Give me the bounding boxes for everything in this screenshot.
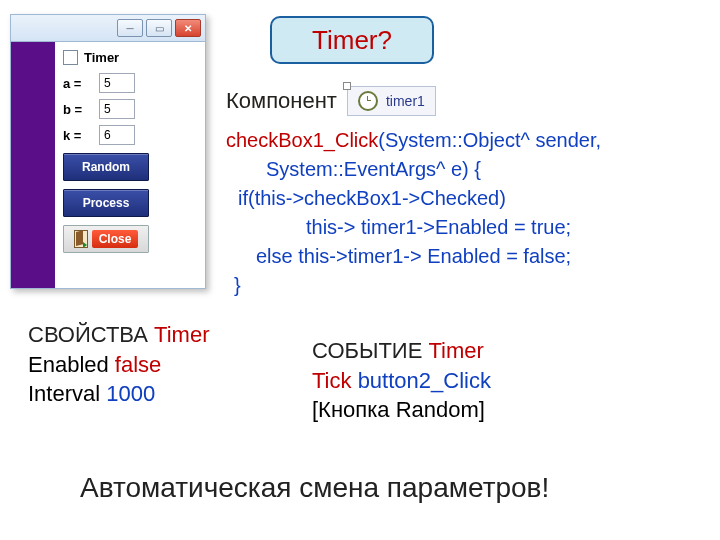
ide-component-chip[interactable]: timer1 <box>347 86 436 116</box>
properties-block: СВОЙСТВА Timer Enabled false Interval 10… <box>28 320 210 409</box>
timer-callout: Timer? <box>270 16 434 64</box>
code-line-1: checkBox1_Click(System::Object^ sender, <box>226 126 601 155</box>
close-button-label: Close <box>92 230 139 248</box>
code-line-3: if(this->checkBox1->Checked) <box>226 184 601 213</box>
label-k: k = <box>63 128 93 143</box>
checkbox-row: Timer <box>63 50 197 65</box>
code-line-2: System::EventArgs^ e) { <box>226 155 601 184</box>
code-line-5: else this->timer1-> Enabled = false; <box>226 242 601 271</box>
form-area: Timer a = 5 b = 5 k = 6 Random Process C… <box>55 42 205 288</box>
window-body: Timer a = 5 b = 5 k = 6 Random Process C… <box>11 42 205 288</box>
bottom-caption: Автоматическая смена параметров! <box>80 472 549 504</box>
random-button[interactable]: Random <box>63 153 149 181</box>
timer-callout-text: Timer? <box>312 25 392 56</box>
app-window: ─ ▭ ✕ Timer a = 5 b = 5 k = 6 Random Pro… <box>10 14 206 289</box>
window-close-button[interactable]: ✕ <box>175 19 201 37</box>
process-button[interactable]: Process <box>63 189 149 217</box>
field-a: a = 5 <box>63 73 197 93</box>
component-row: Компонент timer1 <box>226 86 436 116</box>
event-tick: Tick button2_Click <box>312 366 491 396</box>
input-b[interactable]: 5 <box>99 99 135 119</box>
code-line-4: this-> timer1->Enabled = true; <box>226 213 601 242</box>
ide-chip-text: timer1 <box>386 93 425 109</box>
component-label: Компонент <box>226 88 337 114</box>
field-b: b = 5 <box>63 99 197 119</box>
events-block: СОБЫТИЕ Timer Tick button2_Click [Кнопка… <box>312 336 491 425</box>
prop-interval: Interval 1000 <box>28 379 210 409</box>
titlebar: ─ ▭ ✕ <box>11 15 205 42</box>
minimize-button[interactable]: ─ <box>117 19 143 37</box>
close-button[interactable]: Close <box>63 225 149 253</box>
door-exit-icon <box>74 230 88 248</box>
code-block: checkBox1_Click(System::Object^ sender, … <box>226 126 601 300</box>
field-k: k = 6 <box>63 125 197 145</box>
code-line-6: } <box>226 271 601 300</box>
input-k[interactable]: 6 <box>99 125 135 145</box>
maximize-button[interactable]: ▭ <box>146 19 172 37</box>
events-header: СОБЫТИЕ Timer <box>312 336 491 366</box>
event-note: [Кнопка Random] <box>312 395 491 425</box>
properties-header: СВОЙСТВА Timer <box>28 320 210 350</box>
input-a[interactable]: 5 <box>99 73 135 93</box>
timer-checkbox-label: Timer <box>84 50 119 65</box>
purple-sidebar <box>11 42 55 288</box>
prop-enabled: Enabled false <box>28 350 210 380</box>
label-b: b = <box>63 102 93 117</box>
label-a: a = <box>63 76 93 91</box>
timer-checkbox[interactable] <box>63 50 78 65</box>
clock-icon <box>358 91 378 111</box>
